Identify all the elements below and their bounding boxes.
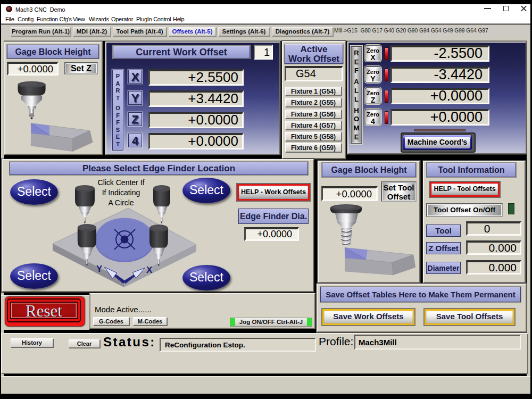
svg-text:Y: Y <box>96 264 103 274</box>
svg-text:X: X <box>146 265 153 275</box>
